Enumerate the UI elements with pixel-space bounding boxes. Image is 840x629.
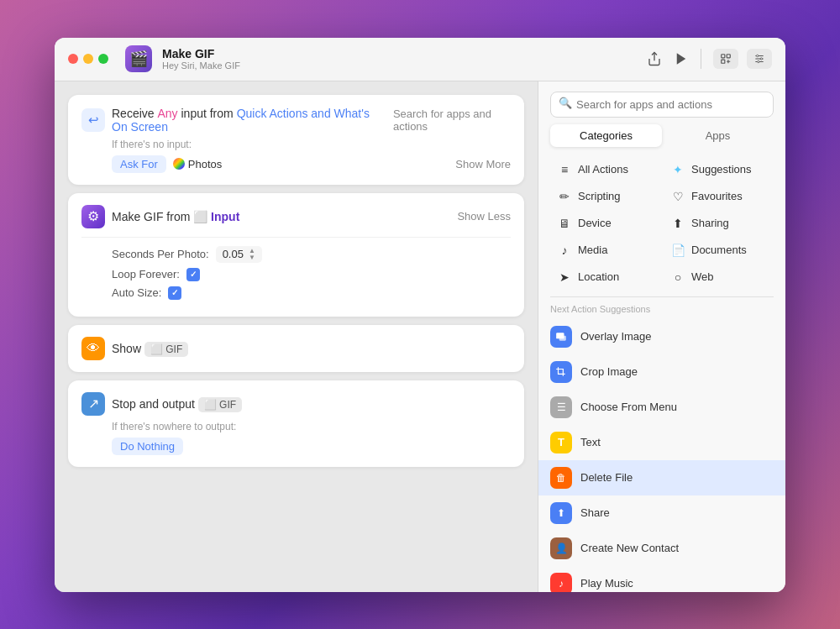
action-label: Overlay Image — [580, 330, 652, 343]
show-less-button[interactable]: Show Less — [457, 210, 511, 223]
category-favourites[interactable]: ♡ Favourites — [664, 184, 774, 209]
photos-icon — [173, 158, 185, 170]
action-create-contact[interactable]: 👤 Create New Contact — [538, 531, 785, 566]
category-label: Media — [578, 244, 607, 256]
tab-apps[interactable]: Apps — [662, 124, 774, 147]
ask-for-row: Ask For Photos Show More — [112, 155, 511, 173]
category-label: Web — [691, 270, 714, 283]
add-action-button[interactable] — [713, 49, 738, 69]
web-icon: ○ — [670, 270, 685, 284]
make-gif-fields: Seconds Per Photo: 0.05 ▲ ▼ Loop Forever… — [112, 246, 511, 300]
action-label: Choose From Menu — [580, 401, 677, 413]
make-gif-icon: ⚙ — [81, 205, 105, 228]
category-label: Favourites — [691, 190, 743, 202]
action-text[interactable]: T Text — [538, 425, 785, 460]
maximize-button[interactable] — [98, 54, 108, 64]
search-input[interactable] — [550, 92, 774, 118]
tab-bar: Categories Apps — [538, 124, 785, 154]
next-actions-label: Next Action Suggestions — [538, 304, 785, 319]
category-sharing[interactable]: ⬆ Sharing — [664, 211, 774, 236]
category-documents[interactable]: 📄 Documents — [664, 238, 774, 263]
receive-card: ↩ Receive Any input from Quick Actions a… — [68, 95, 524, 185]
svg-marker-1 — [677, 53, 686, 65]
make-gif-card: ⚙ Make GIF from ⬜ Input Show Less Second… — [68, 193, 524, 317]
ask-for-button[interactable]: Ask For — [112, 155, 166, 173]
loop-label: Loop Forever: — [112, 268, 180, 280]
category-location[interactable]: ➤ Location — [550, 265, 660, 290]
category-scripting[interactable]: ✏ Scripting — [550, 184, 660, 209]
search-icon: 🔍 — [559, 97, 572, 109]
play-music-icon: ♪ — [550, 573, 572, 592]
action-choose-from-menu[interactable]: ☰ Choose From Menu — [538, 390, 785, 425]
show-more-button[interactable]: Search for apps and actions — [393, 107, 511, 133]
app-icon: 🎬 — [125, 45, 152, 72]
svg-rect-4 — [722, 60, 725, 63]
action-list: Overlay Image Crop Image ☰ Choose From M… — [538, 319, 785, 592]
play-button[interactable] — [674, 51, 689, 66]
share-action-icon: ⬆ — [550, 502, 572, 524]
loop-field: Loop Forever: — [112, 268, 511, 281]
choose-menu-icon: ☰ — [550, 396, 572, 418]
media-icon: ♪ — [557, 244, 572, 257]
show-icon: 👁 — [81, 337, 105, 360]
overlay-image-icon — [550, 326, 572, 348]
show-more-photos-button[interactable]: Show More — [455, 158, 511, 170]
photos-badge: Photos — [173, 158, 222, 170]
category-media[interactable]: ♪ Media — [550, 238, 660, 263]
titlebar-right-buttons — [701, 49, 772, 69]
stop-output-icon: ↗ — [81, 392, 105, 416]
autosize-field: Auto Size: — [112, 286, 511, 300]
seconds-field: Seconds Per Photo: 0.05 ▲ ▼ — [112, 246, 511, 263]
location-icon: ➤ — [557, 270, 572, 284]
category-label: Scripting — [578, 190, 621, 202]
stop-output-subtitle: If there's nowhere to output: — [112, 421, 511, 432]
crop-image-icon — [550, 361, 572, 383]
seconds-stepper[interactable]: ▲ ▼ — [249, 248, 255, 261]
action-crop-image[interactable]: Crop Image — [538, 354, 785, 390]
suggestions-icon: ✦ — [670, 163, 685, 176]
category-web[interactable]: ○ Web — [664, 265, 774, 290]
titlebar-actions — [647, 49, 772, 69]
close-button[interactable] — [68, 54, 78, 64]
minimize-button[interactable] — [83, 54, 93, 64]
svg-point-10 — [757, 55, 759, 56]
category-suggestions[interactable]: ✦ Suggestions — [664, 157, 774, 182]
text-icon: T — [550, 432, 572, 453]
share-button[interactable] — [647, 51, 662, 66]
delete-file-icon: 🗑 — [550, 467, 572, 489]
svg-point-12 — [758, 60, 759, 62]
stop-output-title: Stop and output ⬜ GIF — [112, 397, 242, 411]
search-bar: 🔍 — [538, 81, 785, 124]
category-label: Documents — [691, 244, 747, 256]
category-all-actions[interactable]: ≡ All Actions — [550, 157, 660, 182]
category-label: Location — [578, 270, 619, 283]
do-nothing-button[interactable]: Do Nothing — [112, 438, 183, 455]
action-delete-file[interactable]: 🗑 Delete File — [538, 460, 785, 495]
stepper-down[interactable]: ▼ — [249, 254, 255, 261]
action-overlay-image[interactable]: Overlay Image — [538, 319, 785, 354]
sharing-icon: ⬆ — [670, 217, 685, 230]
category-label: Sharing — [691, 217, 729, 229]
create-contact-icon: 👤 — [550, 537, 572, 559]
loop-checkbox[interactable] — [186, 268, 200, 281]
seconds-value[interactable]: 0.05 ▲ ▼ — [216, 246, 262, 263]
action-share[interactable]: ⬆ Share — [538, 495, 785, 531]
autosize-checkbox[interactable] — [168, 286, 181, 300]
documents-icon: 📄 — [670, 244, 685, 257]
section-divider — [550, 296, 774, 297]
svg-rect-3 — [727, 55, 730, 58]
titlebar-subtitle: Hey Siri, Make GIF — [162, 60, 240, 71]
category-device[interactable]: 🖥 Device — [550, 211, 660, 236]
category-label: Suggestions — [691, 163, 752, 176]
settings-button[interactable] — [747, 49, 772, 69]
favourites-icon: ♡ — [670, 190, 685, 203]
show-card: 👁 Show ⬜ GIF — [68, 325, 524, 372]
action-play-music[interactable]: ♪ Play Music — [538, 566, 785, 592]
action-label: Share — [580, 506, 610, 519]
tab-categories[interactable]: Categories — [550, 124, 662, 147]
action-label: Create New Contact — [580, 542, 679, 554]
action-label: Crop Image — [580, 365, 638, 378]
make-gif-title: Make GIF from ⬜ Input — [112, 210, 239, 223]
do-nothing-row: Do Nothing — [112, 438, 511, 455]
main-window: 🎬 Make GIF Hey Siri, Make GIF — [55, 38, 785, 592]
